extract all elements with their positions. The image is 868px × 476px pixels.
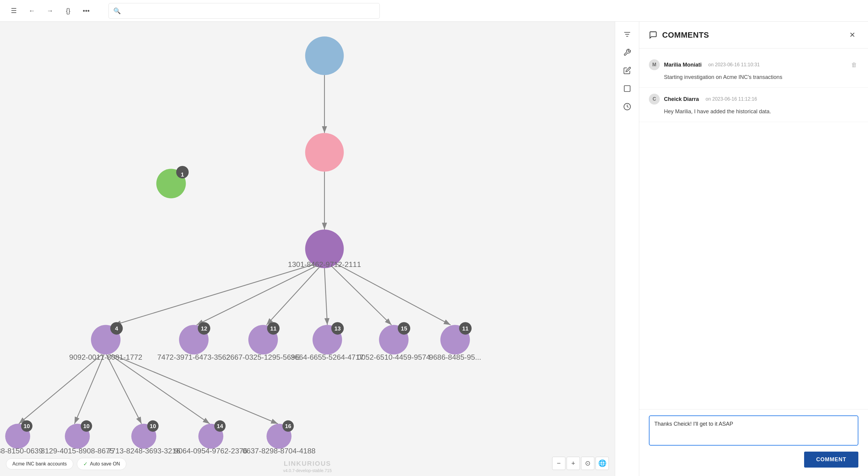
- comments-list: M Marilia Moniati on 2023-06-16 11:10:31…: [639, 49, 868, 409]
- svg-text:1: 1: [181, 171, 184, 178]
- svg-text:0637-8298-8704-4188: 0637-8298-8704-4188: [243, 447, 315, 455]
- filter-button[interactable]: [619, 27, 635, 42]
- svg-line-7: [330, 265, 392, 325]
- comment-author-name: Cheick Diarra: [664, 96, 699, 102]
- comments-icon: [649, 31, 657, 39]
- zoom-target-button[interactable]: ⊙: [581, 457, 594, 470]
- comment-author-wrap: M Marilia Moniati on 2023-06-16 11:10:31: [649, 59, 760, 70]
- svg-text:12: 12: [201, 325, 207, 332]
- search-bar: 🔍: [108, 3, 380, 19]
- svg-text:10: 10: [150, 423, 156, 429]
- svg-line-8: [336, 264, 451, 325]
- autosave-icon: ✓: [83, 461, 88, 467]
- comment-date: on 2023-06-16 11:10:31: [708, 62, 760, 67]
- clock-button[interactable]: [619, 99, 635, 115]
- svg-text:7472-3971-6473-3562: 7472-3971-6473-3562: [157, 353, 230, 361]
- node-top[interactable]: [305, 36, 344, 75]
- more-button[interactable]: •••: [79, 3, 94, 19]
- svg-text:0052-6510-4459-9574: 0052-6510-4459-9574: [357, 353, 430, 361]
- comment-author-wrap: C Cheick Diarra on 2023-06-16 11:12:16: [649, 94, 757, 104]
- svg-text:788-8150-0639: 788-8150-0639: [0, 447, 43, 455]
- svg-text:13: 13: [334, 325, 341, 332]
- pencil-button[interactable]: [619, 63, 635, 78]
- comment-avatar-c: C: [649, 94, 660, 104]
- badge-acme-label: Acme INC bank accounts: [12, 461, 67, 467]
- close-comments-button[interactable]: ✕: [846, 29, 858, 41]
- node-mid[interactable]: [305, 133, 344, 171]
- main-area: 1 1301-8462-9712-2111 4 9092-0011-8081-1…: [0, 22, 868, 476]
- bottom-bar: Acme INC bank accounts ✓ Auto save ON: [6, 458, 126, 470]
- code-button[interactable]: {}: [60, 3, 76, 19]
- comment-text: Hey Marilia, I have added the historical…: [664, 107, 858, 116]
- svg-text:1301-8462-9712-2111: 1301-8462-9712-2111: [288, 260, 361, 268]
- comment-date: on 2023-06-16 11:12:16: [706, 96, 757, 102]
- zoom-globe-button[interactable]: 🌐: [595, 457, 609, 470]
- comment-delete-button[interactable]: 🗑: [850, 60, 858, 70]
- comment-input-area: COMMENT: [639, 409, 868, 476]
- watermark: LINKURIOUS: [284, 460, 331, 468]
- comment-item: M Marilia Moniati on 2023-06-16 11:10:31…: [639, 53, 868, 88]
- svg-text:14: 14: [217, 423, 223, 429]
- comment-meta: C Cheick Diarra on 2023-06-16 11:12:16: [649, 94, 858, 104]
- badge-acme: Acme INC bank accounts: [6, 458, 73, 469]
- tools-button[interactable]: [619, 44, 635, 60]
- svg-text:4: 4: [115, 325, 118, 332]
- comment-avatar-m: M: [649, 59, 660, 70]
- svg-text:10: 10: [83, 423, 90, 429]
- badge-autosave-label: Auto save ON: [90, 461, 120, 467]
- comment-text: Starting investigation on Acme INC's tra…: [664, 73, 858, 81]
- back-button[interactable]: ←: [24, 3, 40, 19]
- comments-title: COMMENTS: [662, 30, 709, 40]
- menu-button[interactable]: ☰: [6, 3, 22, 19]
- svg-text:3129-4015-8908-8675: 3129-4015-8908-8675: [41, 447, 114, 455]
- svg-line-6: [324, 268, 327, 325]
- svg-text:9064-0954-9762-2376: 9064-0954-9762-2376: [174, 447, 247, 455]
- search-input[interactable]: [108, 3, 380, 19]
- svg-text:10: 10: [24, 423, 30, 429]
- svg-text:9686-8485-95...: 9686-8485-95...: [429, 353, 481, 361]
- svg-text:7713-8248-3693-3216: 7713-8248-3693-3216: [107, 447, 181, 455]
- zoom-in-button[interactable]: +: [567, 457, 580, 470]
- forward-button[interactable]: →: [42, 3, 58, 19]
- svg-text:9092-0011-8081-1772: 9092-0011-8081-1772: [69, 353, 143, 361]
- comment-submit-button[interactable]: COMMENT: [804, 452, 858, 468]
- version-text: v4.0.7-develop-stable.715: [283, 468, 332, 473]
- svg-text:15: 15: [401, 325, 407, 332]
- search-icon: 🔍: [113, 7, 121, 14]
- zoom-out-button[interactable]: −: [552, 457, 565, 470]
- svg-text:11: 11: [270, 325, 276, 332]
- svg-text:16: 16: [285, 423, 291, 429]
- svg-text:11: 11: [462, 325, 469, 332]
- top-toolbar: ☰ ← → {} ••• 🔍: [0, 0, 868, 22]
- comments-panel: COMMENTS ✕ M Marilia Moniati on 2023-06-…: [639, 22, 868, 476]
- svg-text:2667-0325-1295-569E: 2667-0325-1295-569E: [226, 353, 300, 361]
- comment-item: C Cheick Diarra on 2023-06-16 11:12:16 H…: [639, 88, 868, 122]
- right-toolbar: [615, 22, 639, 476]
- comments-title-wrap: COMMENTS: [649, 30, 709, 40]
- zoom-controls: − + ⊙ 🌐: [552, 457, 609, 470]
- comment-textarea[interactable]: [649, 415, 858, 446]
- box-button[interactable]: [619, 81, 635, 96]
- comment-meta: M Marilia Moniati on 2023-06-16 11:10:31…: [649, 59, 858, 70]
- comments-header: COMMENTS ✕: [639, 22, 868, 49]
- svg-rect-41: [624, 86, 630, 92]
- graph-svg: 1 1301-8462-9712-2111 4 9092-0011-8081-1…: [0, 22, 615, 476]
- graph-canvas[interactable]: 1 1301-8462-9712-2111 4 9092-0011-8081-1…: [0, 22, 615, 476]
- badge-autosave: ✓ Auto save ON: [77, 458, 127, 470]
- svg-text:3664-6655-5264-4717: 3664-6655-5264-4717: [291, 353, 364, 361]
- comment-author-name: Marilia Moniati: [664, 62, 702, 68]
- svg-line-5: [267, 265, 321, 325]
